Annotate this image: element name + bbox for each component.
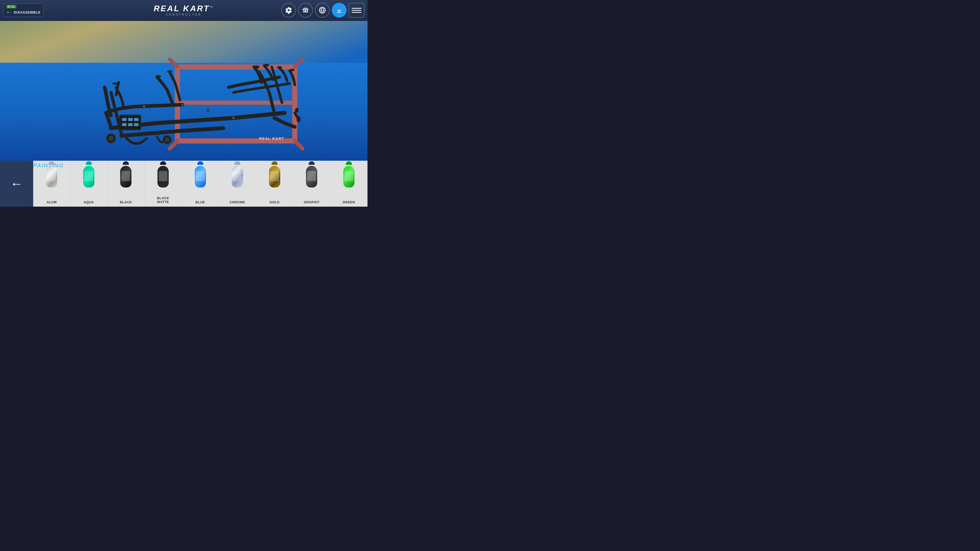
svg-point-22 (165, 138, 169, 142)
color-name-blackmatte: BLACKMATTE (157, 196, 169, 204)
svg-line-9 (170, 59, 177, 67)
download-button[interactable] (332, 3, 347, 17)
top-navigation-bar: 57,11 ← DISASSEMBLE REAL KART™ CONSTRUCT… (0, 0, 368, 21)
svg-point-33 (167, 70, 172, 73)
spray-can-chrome (230, 164, 245, 189)
color-option-aqua[interactable]: AQUA (70, 161, 108, 206)
svg-point-0 (305, 8, 306, 10)
app-logo: REAL KART™ CONSTRUCTOR (154, 4, 214, 16)
svg-rect-18 (134, 123, 138, 126)
svg-rect-17 (128, 123, 133, 126)
svg-rect-14 (128, 118, 133, 121)
svg-text:REAL KART: REAL KART (259, 137, 284, 141)
color-name-chrome: CHROME (230, 200, 245, 204)
globe-icon (319, 6, 326, 14)
menu-bar-3 (352, 12, 361, 13)
app-subtitle: CONSTRUCTOR (154, 13, 214, 16)
settings-button[interactable] (281, 3, 296, 17)
back-arrow-icon: ← (6, 9, 12, 16)
disassemble-button[interactable]: 57,11 ← DISASSEMBLE (3, 3, 44, 17)
nav-icon-group (281, 3, 364, 17)
color-list: ALUM AQUA BLACK (33, 161, 368, 206)
kart-frame-svg: REAL KART (80, 41, 310, 151)
fps-counter: 57,11 (6, 5, 16, 8)
gear-icon (285, 6, 292, 14)
globe-button[interactable] (315, 3, 330, 17)
svg-rect-13 (122, 118, 127, 121)
app-title: REAL KART™ (154, 4, 214, 13)
color-name-gold: GOLD (269, 200, 280, 204)
download-icon (336, 6, 343, 14)
svg-point-34 (113, 83, 117, 85)
svg-point-28 (253, 65, 259, 68)
color-name-blue: BLUE (196, 200, 205, 204)
svg-line-10 (295, 59, 302, 67)
painting-section-label: PAINTING (33, 162, 64, 169)
disassemble-label: DISASSEMBLE (14, 11, 41, 14)
color-option-gold[interactable]: GOLD (256, 161, 293, 206)
color-option-black[interactable]: BLACK (107, 161, 145, 206)
svg-point-24 (181, 103, 184, 106)
spray-can-gold (267, 164, 282, 189)
svg-point-35 (297, 116, 301, 122)
color-name-graphit: GRAPHIT (304, 200, 320, 204)
svg-point-23 (143, 105, 146, 108)
spray-can-aqua (81, 164, 97, 189)
painting-back-button[interactable]: ← (0, 161, 33, 206)
painting-panel: PAINTING ← ALUM AQ (0, 161, 368, 206)
svg-point-26 (207, 109, 209, 112)
svg-point-20 (108, 136, 114, 141)
spray-can-blackmatte (156, 164, 171, 189)
svg-point-25 (232, 117, 235, 120)
svg-point-36 (295, 108, 299, 113)
color-option-green[interactable]: GREEN (331, 161, 368, 206)
menu-bar-1 (352, 8, 361, 9)
kart-frame-3d: REAL KART (80, 41, 310, 151)
color-name-aqua: AQUA (84, 200, 94, 204)
color-option-blue[interactable]: BLUE (182, 161, 219, 206)
svg-rect-15 (134, 118, 138, 121)
spray-can-black (118, 164, 134, 189)
svg-rect-12 (120, 116, 140, 130)
spray-can-green (341, 164, 356, 189)
svg-rect-16 (122, 123, 127, 126)
back-arrow-icon: ← (10, 177, 23, 190)
color-option-graphit[interactable]: GRAPHIT (293, 161, 331, 206)
color-name-alum: ALUM (47, 200, 57, 204)
color-name-black: BLACK (120, 200, 132, 204)
menu-button[interactable] (348, 3, 364, 17)
svg-point-32 (156, 75, 161, 78)
spray-can-blue (192, 164, 208, 189)
svg-point-31 (290, 69, 294, 71)
garage-button[interactable] (298, 3, 313, 17)
3d-viewport[interactable]: REAL KART (0, 21, 368, 161)
color-option-blackmatte[interactable]: BLACKMATTE (145, 161, 182, 206)
svg-point-30 (277, 66, 282, 69)
color-name-green: GREEN (342, 200, 355, 204)
svg-line-8 (295, 141, 302, 149)
menu-bar-2 (352, 10, 361, 11)
spray-can-graphit (304, 164, 319, 189)
color-option-chrome[interactable]: CHROME (219, 161, 256, 206)
garage-icon (302, 6, 309, 14)
svg-point-29 (264, 64, 269, 67)
